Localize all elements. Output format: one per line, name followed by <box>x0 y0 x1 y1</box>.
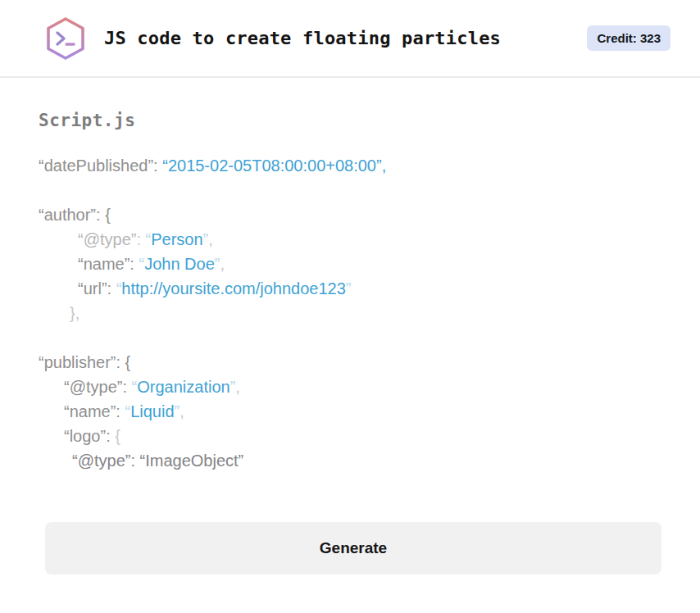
code-segment: “2015-02-05T08:00:00+08:00”, <box>162 157 386 175</box>
code-line: “author”: { <box>39 202 661 227</box>
code-segment: : <box>106 427 115 445</box>
code-segment: “datePublished” <box>39 157 153 175</box>
code-segment: { <box>115 427 120 445</box>
code-segment: : { <box>96 206 111 224</box>
generate-button[interactable]: Generate <box>45 522 661 574</box>
code-segment: Organization <box>137 378 230 396</box>
code-segment: “url” <box>78 279 107 297</box>
code-line: “@type”: “Person”, <box>39 227 661 252</box>
code-segment: , <box>235 378 240 396</box>
code-line: }, <box>39 301 661 325</box>
code-segment: : <box>107 279 116 297</box>
code-segment: “name” <box>64 402 116 420</box>
terminal-hexagon-icon <box>45 16 86 61</box>
code-line: “url”: “http://yoursite.com/johndoe123” <box>39 276 661 301</box>
code-segment: “@type” <box>64 378 122 396</box>
code-segment: John Doe <box>144 255 215 273</box>
code-segment: : { <box>116 353 130 371</box>
code-segment: “publisher” <box>39 353 116 371</box>
code-segment: “author” <box>39 206 96 224</box>
code-segment: “logo” <box>64 427 106 445</box>
code-line: “publisher”: { <box>39 350 661 375</box>
code-segment: “@type” <box>78 230 136 248</box>
file-name-heading: Script.js <box>39 111 661 130</box>
credit-badge: Credit: 323 <box>587 25 670 51</box>
code-line: “name”: “Liquid”, <box>39 399 661 424</box>
code-segment: : <box>136 230 145 248</box>
code-segment: }, <box>70 304 80 322</box>
code-segment: : <box>116 402 125 420</box>
header: JS code to create floating particles Cre… <box>0 0 700 78</box>
code-line: “@type”: “ImageObject” <box>39 448 661 473</box>
code-segment: : <box>153 157 162 175</box>
code-segment: : <box>130 255 139 273</box>
page-title: JS code to create floating particles <box>104 28 501 48</box>
code-segment: Liquid <box>130 402 174 420</box>
code-segment: “name” <box>78 255 130 273</box>
code-segment: http://yoursite.com/johndoe123 <box>121 279 346 297</box>
code-segment: Person <box>151 230 202 248</box>
main-content: Script.js “datePublished”: “2015-02-05T0… <box>0 111 700 574</box>
code-block: “datePublished”: “2015-02-05T08:00:00+08… <box>39 153 661 473</box>
code-segment: , <box>220 255 225 273</box>
code-segment: , <box>208 230 213 248</box>
code-line: “logo”: { <box>39 424 661 448</box>
code-segment: “@type”: “ImageObject” <box>72 452 243 470</box>
code-line: “datePublished”: “2015-02-05T08:00:00+08… <box>39 153 661 178</box>
code-line: “name”: “John Doe”, <box>39 252 661 276</box>
code-segment: , <box>180 402 184 420</box>
code-line: “@type”: “Organization”, <box>39 375 661 399</box>
code-segment: ” <box>346 279 352 297</box>
code-segment: : <box>122 378 131 396</box>
